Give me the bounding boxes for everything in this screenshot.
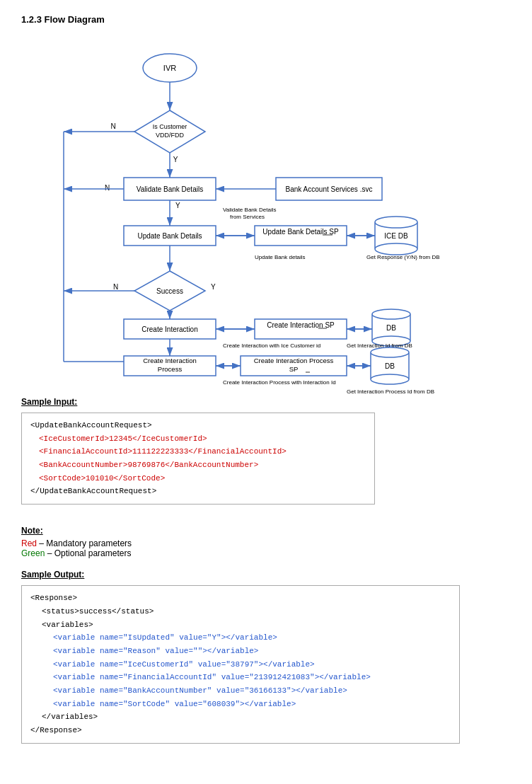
svg-text:Update Bank details: Update Bank details <box>255 254 306 260</box>
svg-text:IVR: IVR <box>163 64 176 72</box>
note-section: Note: Red – Mandatory parametersGreen – … <box>21 526 511 558</box>
svg-text:Y: Y <box>173 156 178 163</box>
svg-text:Create Interaction: Create Interaction <box>143 357 197 364</box>
svg-text:Success: Success <box>156 287 183 295</box>
svg-text:Create Interaction with Ice Cu: Create Interaction with Ice Customer id <box>223 342 320 349</box>
section-title: 1.2.3 Flow Diagram <box>21 14 511 25</box>
output-line: <variable name="IceCustomerId" value="38… <box>30 658 451 671</box>
svg-text:N: N <box>113 283 118 291</box>
svg-text:Create Interaction Process wit: Create Interaction Process with Interact… <box>223 379 336 386</box>
output-line: <variables> <box>30 618 451 632</box>
input-line: <BankAccountNumber>98769876</BankAccount… <box>30 459 366 472</box>
sample-input-title: Sample Input: <box>21 397 511 407</box>
svg-text:from Services: from Services <box>230 214 265 220</box>
output-line: <variable name="FinancialAccountId" valu… <box>30 671 451 684</box>
svg-text:Create Interaction SP: Create Interaction SP <box>267 321 335 329</box>
svg-text:Create Interaction Process: Create Interaction Process <box>254 357 334 364</box>
svg-text:DB: DB <box>386 324 396 332</box>
svg-text:Process: Process <box>158 365 183 373</box>
svg-text:Y: Y <box>175 202 180 209</box>
input-line: <SortCode>101010</SortCode> <box>30 472 366 485</box>
svg-text:Create Interaction: Create Interaction <box>141 325 198 333</box>
output-line: <status>success</status> <box>30 605 451 618</box>
sample-input-box: <UpdateBankAccountRequest><IceCustomerId… <box>21 413 375 505</box>
sample-output-box: <Response><status>success</status><varia… <box>21 585 460 744</box>
input-line: <FinancialAccountId>111122223333</Financ… <box>30 445 366 459</box>
svg-point-53 <box>372 309 410 319</box>
svg-text:Y: Y <box>211 283 216 291</box>
svg-text:Validate Bank Details: Validate Bank Details <box>223 207 276 213</box>
svg-text:Get Response (Y/N) from DB: Get Response (Y/N) from DB <box>366 254 440 260</box>
output-line: <variable name="BankAccountNumber" value… <box>30 684 451 698</box>
svg-text:ICE DB: ICE DB <box>384 232 408 240</box>
output-line: <Response> <box>30 592 451 605</box>
svg-text:SP: SP <box>289 365 299 373</box>
input-line: <UpdateBankAccountRequest> <box>30 419 366 432</box>
svg-text:Is Customer: Is Customer <box>153 123 187 130</box>
output-line: </Response> <box>30 724 451 737</box>
svg-text:Update Bank Details SP: Update Bank Details SP <box>262 228 339 236</box>
svg-text:Bank Account Services .svc: Bank Account Services .svc <box>286 185 373 193</box>
note-title: Note: <box>21 526 511 536</box>
svg-point-32 <box>375 243 417 255</box>
output-line: </variables> <box>30 710 451 724</box>
input-line: <IceCustomerId>12345</IceCustomerId> <box>30 432 366 446</box>
output-line: <variable name="IsUpdated" value="Y"></v… <box>30 631 451 645</box>
svg-text:Validate Bank Details: Validate Bank Details <box>137 185 203 193</box>
sample-output-title: Sample Output: <box>21 570 511 580</box>
svg-point-31 <box>375 217 417 228</box>
output-line: <variable name="Reason" value=""></varia… <box>30 645 451 658</box>
svg-text:Update Bank Details: Update Bank Details <box>137 232 202 240</box>
svg-point-72 <box>371 374 409 384</box>
output-line: <variable name="SortCode" value="608039"… <box>30 698 451 711</box>
note-line: Red – Mandatory parameters <box>21 538 511 548</box>
svg-text:Get Interaction Process Id fro: Get Interaction Process Id from DB <box>347 388 434 395</box>
svg-point-71 <box>371 347 409 357</box>
svg-text:N: N <box>105 184 110 192</box>
input-line: </UpdateBankAccountRequest> <box>30 485 366 498</box>
svg-text:DB: DB <box>385 362 395 370</box>
flow-diagram: IVR Is Customer VDD/FDD N Y Validate Ban… <box>21 36 502 383</box>
svg-text:VDD/FDD: VDD/FDD <box>156 132 184 139</box>
note-line: Green – Optional parameters <box>21 548 511 558</box>
svg-text:N: N <box>110 122 115 130</box>
